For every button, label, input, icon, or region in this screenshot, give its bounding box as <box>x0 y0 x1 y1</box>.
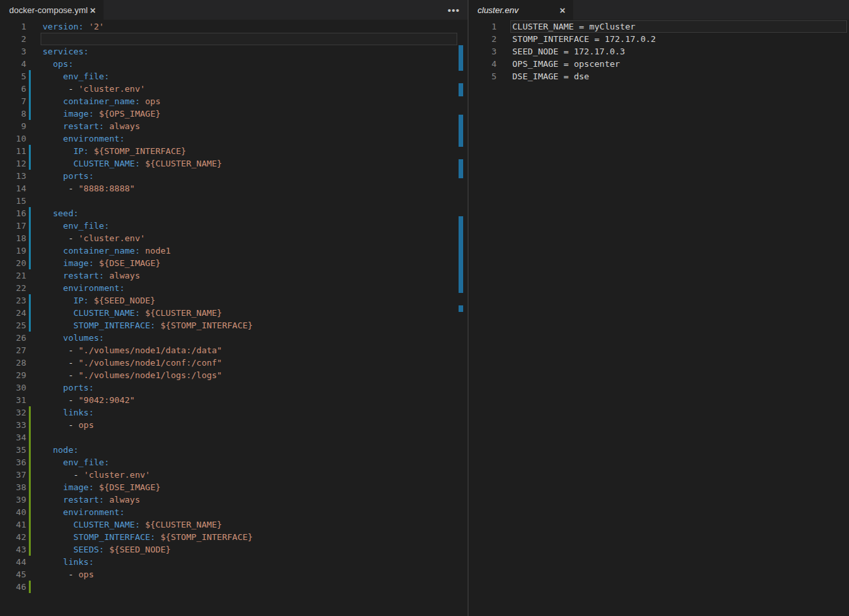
overview-ruler[interactable] <box>459 20 463 616</box>
code-line[interactable]: 10 environment: <box>0 132 468 145</box>
code-line[interactable]: 43 SEEDS: ${SEED_NODE} <box>0 543 468 556</box>
code-line[interactable]: 33 - ops <box>0 419 468 431</box>
line-text: - ops <box>31 568 468 581</box>
code-line[interactable]: 11 IP: ${STOMP_INTERFACE} <box>0 145 468 157</box>
code-line[interactable]: 37 - 'cluster.env' <box>0 469 468 481</box>
code-line[interactable]: 28 - "./volumes/node1/conf:/conf" <box>0 356 468 369</box>
line-text: STOMP_INTERFACE = 172.17.0.2 <box>497 33 849 45</box>
more-actions-icon[interactable]: ••• <box>447 0 460 20</box>
tab-cluster-env[interactable]: cluster.env × <box>468 0 573 20</box>
line-text: env_file: <box>31 456 468 469</box>
line-number: 43 <box>0 543 26 556</box>
line-number: 2 <box>468 33 497 45</box>
code-line[interactable]: 5 env_file: <box>0 70 468 83</box>
code-line[interactable]: 40 environment: <box>0 506 468 518</box>
code-line[interactable]: 9 restart: always <box>0 120 468 132</box>
code-line[interactable]: 38 image: ${DSE_IMAGE} <box>0 481 468 493</box>
code-line[interactable]: 39 restart: always <box>0 493 468 506</box>
code-line[interactable]: 1CLUSTER_NAME = myCluster <box>468 20 849 33</box>
line-text: - 'cluster.env' <box>31 469 468 481</box>
code-line[interactable]: 20 image: ${DSE_IMAGE} <box>0 257 468 269</box>
line-number: 4 <box>468 58 497 70</box>
code-line[interactable]: 17 env_file: <box>0 220 468 232</box>
line-text: - "./volumes/node1/data:/data" <box>31 344 468 356</box>
code-line[interactable]: 41 CLUSTER_NAME: ${CLUSTER_NAME} <box>0 518 468 531</box>
code-line[interactable]: 46 <box>0 581 468 593</box>
code-line[interactable]: 26 volumes: <box>0 332 468 344</box>
line-text: image: ${OPS_IMAGE} <box>31 107 468 120</box>
line-text: - "8888:8888" <box>31 182 468 195</box>
line-text: volumes: <box>31 332 468 344</box>
code-line[interactable]: 12 CLUSTER_NAME: ${CLUSTER_NAME} <box>0 157 468 170</box>
line-number: 23 <box>0 294 26 307</box>
code-line[interactable]: 19 container_name: node1 <box>0 244 468 257</box>
code-line[interactable]: 29 - "./volumes/node1/logs:/logs" <box>0 369 468 381</box>
code-line[interactable]: 18 - 'cluster.env' <box>0 232 468 244</box>
code-line[interactable]: 5DSE_IMAGE = dse <box>468 70 849 83</box>
tabbar-left: docker-compose.yml × ••• <box>0 0 468 20</box>
editor-docker-compose[interactable]: 1version: '2'23services:4 ops:5 env_file… <box>0 20 468 616</box>
line-text <box>31 33 468 45</box>
code-line[interactable]: 24 CLUSTER_NAME: ${CLUSTER_NAME} <box>0 307 468 319</box>
code-line[interactable]: 14 - "8888:8888" <box>0 182 468 195</box>
line-number: 15 <box>0 195 26 207</box>
line-text: - 'cluster.env' <box>31 83 468 95</box>
code-line[interactable]: 21 restart: always <box>0 269 468 282</box>
code-line[interactable]: 45 - ops <box>0 568 468 581</box>
line-text: image: ${DSE_IMAGE} <box>31 481 468 493</box>
line-text: environment: <box>31 132 468 145</box>
code-line[interactable]: 2STOMP_INTERFACE = 172.17.0.2 <box>468 33 849 45</box>
line-text: links: <box>31 556 468 568</box>
editor-cluster-env[interactable]: 1CLUSTER_NAME = myCluster2STOMP_INTERFAC… <box>468 20 849 616</box>
line-text: SEED_NODE = 172.17.0.3 <box>497 45 849 58</box>
code-line[interactable]: 3SEED_NODE = 172.17.0.3 <box>468 45 849 58</box>
code-line[interactable]: 35 node: <box>0 444 468 456</box>
tab-docker-compose[interactable]: docker-compose.yml × <box>0 0 104 20</box>
line-number: 17 <box>0 220 26 232</box>
code-line[interactable]: 2 <box>0 33 468 45</box>
close-icon[interactable]: × <box>88 5 97 15</box>
code-line[interactable]: 31 - "9042:9042" <box>0 394 468 406</box>
overview-ruler-mark <box>459 216 463 293</box>
code-line[interactable]: 34 <box>0 431 468 444</box>
code-line[interactable]: 30 ports: <box>0 381 468 394</box>
line-number: 31 <box>0 394 26 406</box>
code-line[interactable]: 27 - "./volumes/node1/data:/data" <box>0 344 468 356</box>
code-line[interactable]: 7 container_name: ops <box>0 95 468 107</box>
code-line[interactable]: 4OPS_IMAGE = opscenter <box>468 58 849 70</box>
line-text: CLUSTER_NAME = myCluster <box>497 20 849 33</box>
line-number: 4 <box>0 58 26 70</box>
code-line[interactable]: 32 links: <box>0 406 468 419</box>
tabbar-right: cluster.env × <box>468 0 849 20</box>
code-line[interactable]: 36 env_file: <box>0 456 468 469</box>
code-line[interactable]: 22 environment: <box>0 282 468 294</box>
code-line[interactable]: 13 ports: <box>0 170 468 182</box>
line-number: 42 <box>0 531 26 543</box>
line-number: 38 <box>0 481 26 493</box>
code-line[interactable]: 15 <box>0 195 468 207</box>
line-number: 3 <box>468 45 497 58</box>
line-text <box>31 195 468 207</box>
code-line[interactable]: 8 image: ${OPS_IMAGE} <box>0 107 468 120</box>
line-number: 2 <box>0 33 26 45</box>
code-line[interactable]: 42 STOMP_INTERFACE: ${STOMP_INTERFACE} <box>0 531 468 543</box>
code-line[interactable]: 16 seed: <box>0 207 468 220</box>
line-number: 35 <box>0 444 26 456</box>
line-number: 40 <box>0 506 26 518</box>
line-number: 37 <box>0 469 26 481</box>
line-number: 22 <box>0 282 26 294</box>
line-text <box>31 581 468 593</box>
line-number: 19 <box>0 244 26 257</box>
close-icon[interactable]: × <box>558 5 567 15</box>
code-line[interactable]: 1version: '2' <box>0 20 468 33</box>
code-line[interactable]: 6 - 'cluster.env' <box>0 83 468 95</box>
line-text: - 'cluster.env' <box>31 232 468 244</box>
code-line[interactable]: 23 IP: ${SEED_NODE} <box>0 294 468 307</box>
code-line[interactable]: 25 STOMP_INTERFACE: ${STOMP_INTERFACE} <box>0 319 468 332</box>
line-text: CLUSTER_NAME: ${CLUSTER_NAME} <box>31 307 468 319</box>
code-line[interactable]: 4 ops: <box>0 58 468 70</box>
line-text: IP: ${SEED_NODE} <box>31 294 468 307</box>
line-text: CLUSTER_NAME: ${CLUSTER_NAME} <box>31 157 468 170</box>
code-line[interactable]: 3services: <box>0 45 468 58</box>
code-line[interactable]: 44 links: <box>0 556 468 568</box>
